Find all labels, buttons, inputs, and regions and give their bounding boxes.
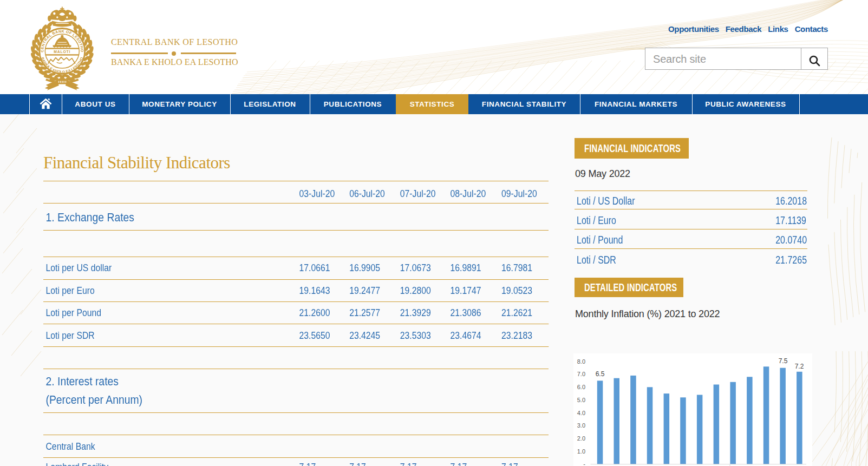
- svg-text:6.5: 6.5: [596, 370, 605, 378]
- svg-text:7.2: 7.2: [795, 363, 804, 370]
- svg-text:8.0: 8.0: [577, 358, 585, 365]
- svg-text:2.0: 2.0: [577, 435, 585, 442]
- svg-text:-: -: [583, 461, 585, 466]
- svg-text:MALOTI: MALOTI: [54, 50, 70, 54]
- svg-text:1.0: 1.0: [577, 448, 585, 455]
- svg-text:3.0: 3.0: [577, 422, 585, 429]
- svg-text:7.5: 7.5: [779, 357, 788, 365]
- svg-text:4.0: 4.0: [577, 410, 585, 416]
- svg-text:6.0: 6.0: [577, 384, 585, 390]
- svg-text:7.0: 7.0: [577, 371, 585, 377]
- svg-text:5.0: 5.0: [577, 397, 585, 403]
